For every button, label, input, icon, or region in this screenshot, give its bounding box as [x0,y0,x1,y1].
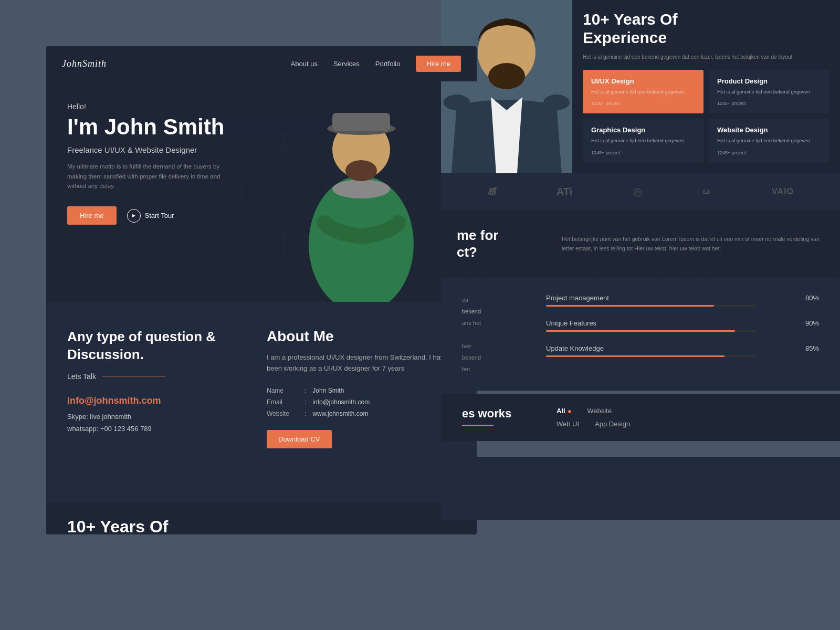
experience-heading: 10+ Years Of Experience [583,10,830,47]
nav-services[interactable]: Services [333,60,360,68]
info-email-value: info@johnsmith.com [312,398,370,406]
about-title: About Me [267,328,456,345]
experience-services-block: 10+ Years Of Experience Het is al genuin… [572,0,840,173]
skill-unique-features: Unique Features 90% [546,319,819,332]
lets-talk-label: Lets Talk [67,372,96,381]
service-uiux: UI/UX Design Het is al genuine tijd een … [583,70,704,113]
info-sep-1: : [304,387,306,394]
filter-webui[interactable]: Web UI [556,420,579,428]
download-cv-button[interactable]: Download CV [267,430,332,448]
svg-point-27 [345,160,377,181]
filter-appdesign[interactable]: App Design [595,420,630,428]
hire-description: Het belangrijke punt van het gebruik van… [562,235,824,253]
portfolio-line [462,425,494,426]
filter-website[interactable]: Website [587,407,612,415]
person-svg [293,97,429,302]
svg-line-17 [242,225,249,233]
skill-uk-bar-fill [546,355,724,357]
top-right-panel: 10+ Years Of Experience Het is al genuin… [441,0,840,173]
info-sep-2: : [304,398,306,406]
hero-hire-button[interactable]: Hire me [67,206,117,225]
hire-text-col: me forct? [441,217,546,270]
nav-hire-button[interactable]: Hire me [416,56,461,72]
hero-greeting: Hello! [67,102,267,111]
hero-subtitle: Freelance UI/UX & Website Designer [67,145,267,154]
svg-point-31 [444,94,470,110]
filter-dot [568,410,571,413]
tour-label: Start Tour [145,212,174,219]
right-panel-wrapper: 10+ Years Of Experience Het is al genuin… [430,0,840,630]
contact-email: info@johnsmith.com [67,395,235,406]
skill-uk-header: Update Knowledge 85% [546,344,819,352]
portfolio-filter-row: All Website [556,407,819,415]
service-website: Website Design Het is al genuine tijd ee… [709,119,830,162]
contact-heading: Any type of question & Discussion. [67,328,235,364]
skill-uf-pct: 90% [805,319,819,327]
service-product-title: Product Design [717,77,821,85]
right-person-svg [441,0,572,173]
hero-name: I'm John Smith [67,115,267,139]
right-person-display [441,0,572,173]
skill-bars: Project management 80% Unique Features 9… [546,294,819,375]
portfolio-row: es works All Website Web UI App Design [462,407,819,428]
service-website-projects: 1245+ project [717,150,821,155]
about-column: About Me I am a professional UI/UX desig… [267,328,456,448]
info-sep-3: : [304,410,306,417]
service-uiux-projects: 1245+ project [591,101,695,106]
nav-portfolio[interactable]: Portfolio [375,60,401,68]
skill-project-management: Project management 80% [546,294,819,307]
skill-uf-bar-fill [546,330,735,332]
about-description: I am a professional UI/UX designer from … [267,352,456,374]
hero-text-block: Hello! I'm John Smith Freelance UI/UX & … [67,102,267,225]
skills-left-partial: eabekendans hetlverbekendhet [462,294,525,375]
skills-section: eabekendans hetlverbekendhet Project man… [441,278,840,391]
contact-whatsapp: whatsapp: +00 123 456 789 [67,425,235,433]
service-uiux-desc: Het is al genuine tijd een bekend gegeve… [591,88,695,96]
lets-talk-line [102,376,165,376]
brands-strip: 感 ATi ◎ ω VAIO [441,173,840,210]
service-graphics-projects: 1245+ project [591,150,695,155]
filter-all[interactable]: All [556,407,571,415]
skill-pm-name: Project management [546,294,609,302]
skill-uf-header: Unique Features 90% [546,319,819,327]
info-email-label: Email [267,398,298,406]
service-website-title: Website Design [717,126,821,134]
teaser-heading: 10+ Years Of [67,517,456,534]
service-graphics: Graphics Design Het is al genuine tijd e… [583,119,704,162]
info-name-row: Name : John Smith [267,387,456,394]
hire-desc-col: Het belangrijke punt van het gebruik van… [546,224,840,264]
info-name-label: Name [267,387,298,394]
skill-update-knowledge: Update Knowledge 85% [546,344,819,357]
service-uiux-title: UI/UX Design [591,77,695,85]
brand-vaio: VAIO [772,187,794,196]
play-icon: ▶ [127,209,141,223]
skill-uf-name: Unique Features [546,319,596,327]
svg-point-32 [543,94,570,110]
logo: JohnSmith [62,58,107,69]
brand-ati: ATi [556,186,572,198]
info-website-value: www.johnsmith.com [312,410,368,417]
service-website-desc: Het is al genuine tijd een bekend gegeve… [717,137,821,144]
experience-description: Het is al genuine tijd een bekend gegeve… [583,53,830,61]
hero-tour-button[interactable]: ▶ Start Tour [127,209,174,223]
contact-column: Any type of question & Discussion. Lets … [67,328,235,448]
bottom-right-panel [441,457,840,520]
about-section: Any type of question & Discussion. Lets … [46,302,477,501]
svg-rect-25 [332,113,390,131]
nav-about[interactable]: About us [291,60,318,68]
portfolio-heading-partial: es works [462,407,530,428]
service-product: Product Design Het is al genuine tijd ee… [709,70,830,113]
service-graphics-desc: Het is al genuine tijd een bekend gegeve… [591,137,695,144]
svg-point-26 [332,180,390,198]
lets-talk-row: Lets Talk [67,372,235,381]
service-product-projects: 1245+ project [717,101,821,106]
hire-me-text: me forct? [457,227,498,259]
bottom-teaser: 10+ Years Of [46,501,477,534]
navigation: JohnSmith About us Services Portfolio Hi… [46,46,477,81]
skill-pm-bar-fill [546,305,714,307]
skill-uf-bar-bg [546,330,756,332]
service-graphics-title: Graphics Design [591,126,695,134]
contact-skype: Skype: live.johnsmith [67,413,235,421]
brand-alibaba: 感 [487,186,496,197]
skill-pm-bar-bg [546,305,756,307]
